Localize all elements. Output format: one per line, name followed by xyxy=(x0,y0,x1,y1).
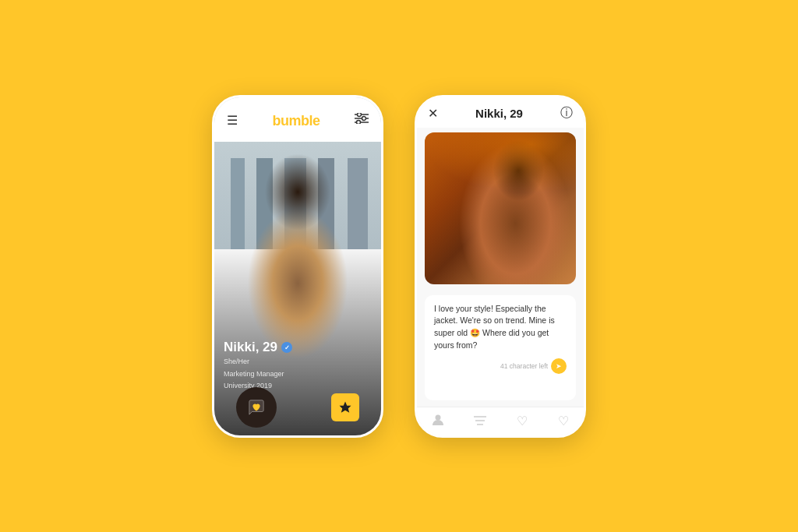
send-button[interactable]: ➤ xyxy=(551,358,567,374)
profile-name: Nikki, 29 ✓ xyxy=(224,340,372,355)
tab-profile[interactable] xyxy=(433,414,443,429)
super-like-button[interactable] xyxy=(236,387,277,428)
card-actions xyxy=(214,387,381,428)
phone-1: ☰ bumble New here Nikki, 29 ✓ xyxy=(212,95,383,438)
nav-bar-1: ☰ bumble xyxy=(214,97,381,142)
svg-point-5 xyxy=(356,121,360,125)
profile-header-name: Nikki, 29 xyxy=(475,107,523,120)
nav-bar-2: ✕ Nikki, 29 ⓘ xyxy=(417,97,584,128)
close-icon[interactable]: ✕ xyxy=(428,106,438,121)
tab-message[interactable]: ♡ xyxy=(558,414,569,428)
message-area[interactable]: I love your style! Especially the jacket… xyxy=(425,295,576,400)
message-text: I love your style! Especially the jacket… xyxy=(434,303,567,352)
tab-menu[interactable] xyxy=(474,414,486,428)
tab-heart-2[interactable]: ♡ xyxy=(517,414,528,428)
detail-photo xyxy=(425,132,576,284)
svg-point-10 xyxy=(435,414,440,420)
filter-icon[interactable] xyxy=(355,113,369,127)
verified-badge: ✓ xyxy=(281,342,292,353)
send-icon: ➤ xyxy=(556,362,562,370)
profile-job: Marketing Manager xyxy=(224,369,372,380)
phone-2: ✕ Nikki, 29 ⓘ I love your style! Especia… xyxy=(415,95,586,438)
boost-button[interactable] xyxy=(331,393,359,421)
warm-overlay xyxy=(425,132,576,284)
menu-icon[interactable]: ☰ xyxy=(227,113,238,128)
svg-marker-6 xyxy=(340,401,351,412)
char-count: 41 character left xyxy=(500,362,548,370)
svg-point-1 xyxy=(357,113,361,117)
message-footer: 41 character left ➤ xyxy=(434,358,567,374)
info-icon[interactable]: ⓘ xyxy=(560,105,573,122)
profile-pronoun: She/Her xyxy=(224,357,372,368)
tab-bar-2: ♡ ♡ xyxy=(417,407,584,435)
app-logo-1: bumble xyxy=(260,105,332,136)
svg-point-3 xyxy=(362,117,365,121)
profile-info: Nikki, 29 ✓ She/Her Marketing Manager Un… xyxy=(224,340,372,392)
